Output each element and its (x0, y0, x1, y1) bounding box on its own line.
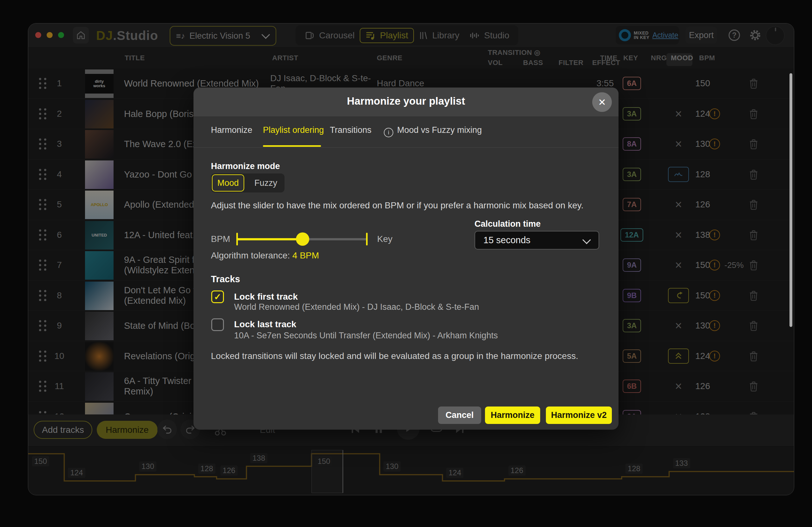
slider-right-label: Key (377, 234, 392, 244)
slider-left-label: BPM (211, 234, 230, 244)
harmonize-button[interactable]: Harmonize (485, 407, 540, 424)
calculation-time-dropdown[interactable]: 15 seconds (475, 231, 599, 250)
modal-title: Harmonize your playlist (193, 95, 619, 107)
tolerance-value: 4 BPM (292, 250, 319, 260)
lock-first-track-desc: World Renowned (Extended Mix) - DJ Isaac… (234, 302, 479, 312)
active-tab-underline (263, 145, 321, 147)
modal-tabs: Harmonize Playlist ordering Transitions … (193, 116, 619, 148)
vertical-scrollbar[interactable] (789, 73, 792, 327)
lock-last-track-checkbox[interactable] (211, 318, 224, 331)
bpm-key-slider-row: BPM Key (211, 232, 401, 246)
mode-segmented-control: Mood Fuzzy (211, 173, 285, 192)
tab-playlist-ordering[interactable]: Playlist ordering (263, 125, 324, 135)
harmonize-mode-label: Harmonize mode (211, 161, 280, 171)
chevron-down-icon (582, 236, 591, 244)
tab-transitions[interactable]: Transitions (330, 125, 372, 135)
mode-fuzzy-button[interactable]: Fuzzy (248, 173, 283, 192)
check-icon: ✓ (214, 292, 221, 302)
lock-last-track-label[interactable]: Lock last track (234, 319, 296, 330)
lock-first-track-checkbox[interactable]: ✓ (211, 291, 224, 303)
harmonize-modal: Harmonize your playlist ✕ Harmonize Play… (193, 88, 619, 430)
slider-fill (237, 238, 303, 240)
cancel-button[interactable]: Cancel (438, 407, 481, 424)
lock-last-track-desc: 10A - Se7en Seconds Until Transfer (Exte… (234, 331, 498, 340)
calculation-time-label: Calculation time (475, 219, 541, 229)
calculation-time-value: 15 seconds (483, 235, 530, 246)
slider-right-tick (366, 233, 368, 246)
mode-mood-button[interactable]: Mood (212, 174, 244, 191)
modal-header: Harmonize your playlist ✕ (193, 88, 619, 116)
info-icon: i (384, 128, 393, 137)
harmonize-v2-button[interactable]: Harmonize v2 (546, 407, 612, 424)
locked-transitions-note: Locked transitions will stay locked and … (211, 351, 578, 361)
close-icon[interactable]: ✕ (592, 92, 612, 112)
lock-first-track-label[interactable]: Lock first track (234, 292, 298, 302)
algorithm-tolerance: Algorithm tolerance: 4 BPM (211, 250, 319, 261)
slider-rest (303, 238, 366, 240)
slider-handle[interactable] (296, 232, 309, 246)
tab-mood-vs-fuzzy[interactable]: iMood vs Fuzzy mixing (384, 125, 482, 137)
tab-harmonize[interactable]: Harmonize (211, 125, 252, 135)
slider-description: Adjust the slider to have the mix ordere… (211, 201, 598, 210)
bpm-key-slider[interactable] (236, 232, 368, 246)
tracks-section-label: Tracks (211, 274, 240, 284)
